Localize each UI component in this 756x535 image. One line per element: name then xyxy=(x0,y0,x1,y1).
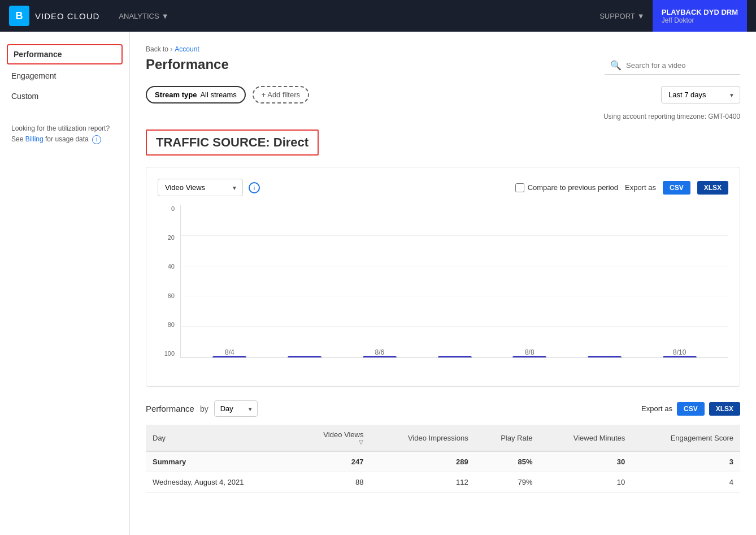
x-label-3: 8/6 xyxy=(342,348,417,357)
y-label-40: 40 xyxy=(158,263,178,270)
performance-data-table: Day Video Views ▽ Video Impressions xyxy=(146,425,740,493)
x-label-5: 8/8 xyxy=(492,348,567,357)
filters-row: Stream type All streams + Add filters La… xyxy=(146,86,740,103)
cell-row1-day: Wednesday, August 4, 2021 xyxy=(146,472,294,493)
performance-table-header: Performance by Day Week Month Export as … xyxy=(146,400,740,417)
search-icon: 🔍 xyxy=(610,60,622,71)
cell-summary-viewed-minutes: 30 xyxy=(540,451,632,472)
x-label-4 xyxy=(417,356,492,357)
account-block[interactable]: PLAYBACK DYD DRM Jeff Doktor xyxy=(653,0,747,32)
account-user: Jeff Doktor xyxy=(662,16,694,24)
performance-section: Performance by Day Week Month Export as … xyxy=(146,400,740,493)
chart-area: 8/4 8/6 8/8 8/10 xyxy=(180,205,728,358)
support-dropdown-icon: ▼ xyxy=(637,12,645,20)
info-icon[interactable]: i xyxy=(92,135,101,144)
billing-link[interactable]: Billing xyxy=(25,135,44,143)
table-body: Summary 247 289 85% 30 3 Wednesday, Augu… xyxy=(146,451,740,493)
cell-summary-video-views: 247 xyxy=(294,451,371,472)
metric-info-icon[interactable]: i xyxy=(249,182,260,193)
col-header-day[interactable]: Day xyxy=(146,425,294,451)
support-nav-item[interactable]: SUPPORT ▼ xyxy=(592,12,652,20)
timezone-note: Using account reporting timezone: GMT-04… xyxy=(146,113,740,120)
sort-arrow-icon: ▽ xyxy=(359,439,363,445)
top-navigation: B VIDEO CLOUD ANALYTICS ▼ SUPPORT ▼ PLAY… xyxy=(0,0,756,32)
y-label-20: 20 xyxy=(158,234,178,241)
account-name: PLAYBACK DYD DRM xyxy=(662,8,738,16)
sidebar-item-engagement[interactable]: Engagement xyxy=(0,66,129,86)
stream-type-filter[interactable]: Stream type All streams xyxy=(146,86,246,103)
analytics-nav-item[interactable]: ANALYTICS ▼ xyxy=(111,12,176,20)
page-title: Performance xyxy=(146,57,229,72)
x-label-7: 8/10 xyxy=(642,348,717,357)
granularity-select[interactable]: Day Week Month xyxy=(214,400,258,417)
bars-container xyxy=(181,205,728,357)
y-label-0: 0 xyxy=(158,205,178,212)
main-layout: Performance Engagement Custom Looking fo… xyxy=(0,32,756,535)
col-header-video-views[interactable]: Video Views ▽ xyxy=(294,425,371,451)
cell-row1-viewed-minutes: 10 xyxy=(540,472,632,493)
col-header-viewed-minutes[interactable]: Viewed Minutes xyxy=(540,425,632,451)
col-header-play-rate[interactable]: Play Rate xyxy=(475,425,540,451)
cell-summary-video-impressions: 289 xyxy=(370,451,475,472)
cell-row1-play-rate: 79% xyxy=(475,472,540,493)
app-name: VIDEO CLOUD xyxy=(35,11,99,21)
granularity-select-wrapper[interactable]: Day Week Month xyxy=(214,400,258,417)
chart-section: Video Views Video Impressions Play Rate … xyxy=(146,167,740,387)
x-label-1: 8/4 xyxy=(192,348,267,357)
cell-row1-video-impressions: 112 xyxy=(370,472,475,493)
chart-right-controls: Compare to previous period Export as CSV… xyxy=(515,181,728,195)
date-range-select[interactable]: Last 7 days Last 30 days Last 3 months C… xyxy=(661,86,740,103)
bar-chart: 100 80 60 40 20 0 xyxy=(158,205,728,375)
compare-checkbox[interactable] xyxy=(515,183,524,192)
page-header: Performance 🔍 xyxy=(146,57,740,75)
x-label-2 xyxy=(267,356,342,357)
search-input[interactable] xyxy=(626,61,735,70)
y-label-100: 100 xyxy=(158,350,178,357)
performance-table-title: Performance xyxy=(146,404,194,413)
breadcrumb: Back to › Account xyxy=(146,45,740,53)
cell-summary-engagement-score: 3 xyxy=(632,451,740,472)
traffic-source-header: TRAFFIC SOURCE: Direct xyxy=(146,130,319,156)
analytics-dropdown-icon: ▼ xyxy=(162,12,169,20)
breadcrumb-account-link[interactable]: Account xyxy=(175,45,199,53)
y-label-80: 80 xyxy=(158,321,178,328)
sidebar: Performance Engagement Custom Looking fo… xyxy=(0,32,130,535)
logo-block[interactable]: B VIDEO CLOUD xyxy=(9,6,99,26)
chart-export-csv-button[interactable]: CSV xyxy=(663,181,690,195)
x-label-6 xyxy=(567,356,642,357)
sidebar-item-custom[interactable]: Custom xyxy=(0,86,129,106)
date-range-wrapper[interactable]: Last 7 days Last 30 days Last 3 months C… xyxy=(661,86,740,103)
main-content: Back to › Account Performance 🔍 Stream t… xyxy=(130,32,756,535)
table-export-xlsx-button[interactable]: XLSX xyxy=(709,402,740,416)
traffic-source-title: TRAFFIC SOURCE: Direct xyxy=(156,135,309,149)
cell-summary-day: Summary xyxy=(146,451,294,472)
metric-select-wrapper[interactable]: Video Views Video Impressions Play Rate … xyxy=(158,179,243,196)
brightcove-logo-icon: B xyxy=(9,6,29,26)
y-axis: 100 80 60 40 20 0 xyxy=(158,205,178,358)
sidebar-note: Looking for the utilization report? See … xyxy=(0,112,129,156)
cell-row1-engagement-score: 4 xyxy=(632,472,740,493)
table-row-1: Wednesday, August 4, 2021 88 112 79% 10 … xyxy=(146,472,740,493)
cell-summary-play-rate: 85% xyxy=(475,451,540,472)
table-header-row: Day Video Views ▽ Video Impressions xyxy=(146,425,740,451)
chart-controls: Video Views Video Impressions Play Rate … xyxy=(158,179,728,196)
cell-row1-video-views: 88 xyxy=(294,472,371,493)
sidebar-item-performance[interactable]: Performance xyxy=(7,44,123,64)
y-label-60: 60 xyxy=(158,292,178,299)
table-row-summary: Summary 247 289 85% 30 3 xyxy=(146,451,740,472)
x-labels: 8/4 8/6 8/8 8/10 xyxy=(181,342,728,357)
metric-select[interactable]: Video Views Video Impressions Play Rate … xyxy=(158,179,243,196)
search-box[interactable]: 🔍 xyxy=(605,57,740,75)
col-header-engagement-score[interactable]: Engagement Score xyxy=(632,425,740,451)
chart-export-xlsx-button[interactable]: XLSX xyxy=(697,181,728,195)
compare-label[interactable]: Compare to previous period xyxy=(515,183,618,192)
col-header-video-impressions[interactable]: Video Impressions xyxy=(370,425,475,451)
table-export-controls: Export as CSV XLSX xyxy=(641,402,740,416)
table-export-csv-button[interactable]: CSV xyxy=(677,402,705,416)
add-filters-button[interactable]: + Add filters xyxy=(253,86,309,103)
